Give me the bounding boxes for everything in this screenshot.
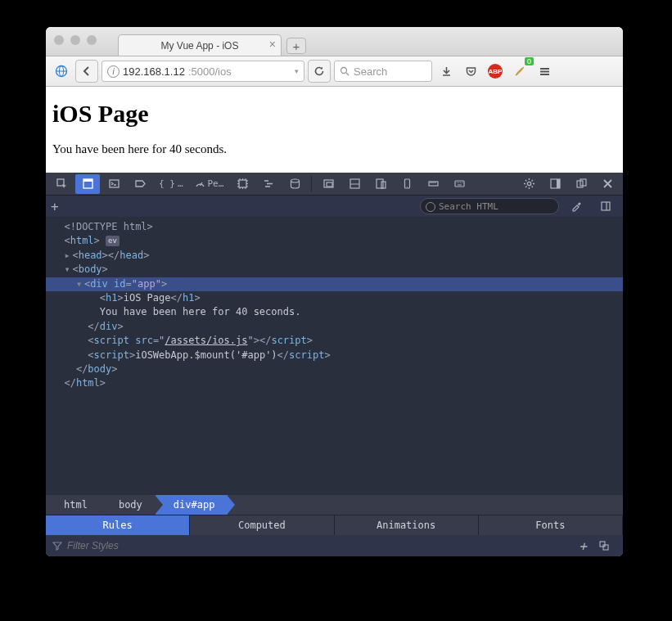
page-paragraph: You have been here for 40 seconds. (52, 142, 616, 156)
debugger-panel-icon[interactable] (128, 174, 152, 194)
browser-tab[interactable]: My Vue App - iOS × (118, 34, 282, 56)
iframe-picker-icon[interactable] (316, 174, 341, 194)
svg-rect-7 (83, 179, 92, 182)
search-html-input[interactable]: Search HTML (420, 198, 559, 214)
search-icon (340, 66, 350, 76)
pick-element-icon[interactable] (49, 174, 74, 194)
svg-line-4 (346, 73, 349, 75)
eyedropper-icon[interactable] (564, 196, 589, 216)
add-node-button[interactable]: + (51, 199, 59, 214)
svg-rect-16 (377, 179, 383, 188)
dom-script1[interactable]: <script src="/assets/ios.js"></script> (46, 334, 623, 348)
dom-div-close[interactable]: </div> (46, 320, 623, 334)
url-path: :5000/ios (188, 65, 232, 78)
reload-button[interactable] (308, 60, 331, 83)
traffic-lights (54, 35, 97, 45)
search-bar[interactable]: Search (334, 61, 432, 82)
svg-point-19 (407, 187, 408, 187)
inspector-panel-icon[interactable] (75, 174, 100, 194)
svg-rect-8 (110, 180, 119, 187)
abp-icon: ABP (488, 64, 503, 79)
adblock-button[interactable]: ABP (485, 61, 506, 82)
close-window-button[interactable] (54, 35, 64, 45)
split-console-icon[interactable] (342, 174, 367, 194)
svg-rect-21 (455, 181, 464, 187)
identity-globe-icon[interactable] (51, 61, 72, 82)
dom-tree[interactable]: <!DOCTYPE html> <html> ev ▸<head></head>… (46, 217, 623, 495)
ruler-icon[interactable] (421, 174, 445, 194)
dom-head[interactable]: ▸<head></head> (46, 249, 623, 263)
greasemonkey-button[interactable]: 0 (509, 61, 530, 82)
url-host: 192.168.1.12 (123, 65, 185, 78)
search-placeholder: Search (354, 65, 387, 78)
network-panel-icon[interactable] (256, 174, 281, 194)
performance-panel-icon[interactable]: Pe… (190, 174, 229, 194)
devtools-toolbar: { }… Pe… (46, 173, 623, 196)
svg-rect-13 (327, 182, 332, 187)
tab-animations[interactable]: Animations (335, 515, 479, 535)
back-button[interactable] (75, 60, 98, 83)
crumb-div-app[interactable]: div#app (156, 495, 228, 515)
hamburger-menu-button[interactable] (534, 61, 555, 82)
rules-tabs: Rules Computed Animations Fonts (46, 515, 623, 535)
tab-fonts[interactable]: Fonts (479, 515, 623, 535)
zoom-window-button[interactable] (87, 35, 97, 45)
breadcrumb: html body div#app (46, 495, 623, 515)
gm-badge: 0 (525, 57, 534, 65)
tab-computed[interactable]: Computed (190, 515, 334, 535)
filter-styles-bar: + (46, 535, 623, 556)
browser-window: My Vue App - iOS × + i 192.168.1.12:5000… (46, 27, 623, 556)
inspector-subtoolbar: + Search HTML (46, 196, 623, 217)
titlebar: My Vue App - iOS × + (46, 27, 623, 56)
site-info-icon[interactable]: i (107, 65, 120, 78)
dom-div-app[interactable]: ▾<div id="app"> (46, 277, 623, 291)
close-devtools-button[interactable] (595, 174, 620, 194)
crumb-html[interactable]: html (46, 495, 101, 515)
dom-script2[interactable]: <script>iOSWebApp.$mount('#app')</script… (46, 349, 623, 362)
dock-side-icon[interactable] (543, 174, 567, 194)
new-tab-button[interactable]: + (286, 38, 306, 54)
filter-icon (52, 541, 62, 551)
device-icon[interactable] (395, 174, 419, 194)
page-content: iOS Page You have been here for 40 secon… (46, 87, 623, 173)
toggle-pseudo-icon[interactable] (592, 536, 616, 556)
svg-point-11 (291, 179, 299, 182)
dom-body-close[interactable]: </body> (46, 362, 623, 376)
nav-toolbar: i 192.168.1.12:5000/ios ▾ Search ABP 0 (46, 56, 623, 87)
style-editor-panel-icon[interactable]: { }… (154, 174, 188, 194)
keyboard-icon[interactable] (447, 174, 471, 194)
devtools-settings-icon[interactable] (516, 174, 541, 194)
tab-strip: My Vue App - iOS × + (118, 27, 306, 56)
crumb-body[interactable]: body (101, 495, 156, 515)
tab-rules[interactable]: Rules (46, 515, 190, 535)
filter-styles-input[interactable] (67, 540, 574, 551)
dom-doctype[interactable]: <!DOCTYPE html> (46, 220, 623, 234)
dom-html-open[interactable]: <html> ev (46, 234, 623, 248)
dock-separate-icon[interactable] (569, 174, 593, 194)
url-dropdown-icon[interactable]: ▾ (295, 67, 299, 75)
dom-text-node[interactable]: You have been here for 40 seconds. (46, 305, 623, 319)
toggle-panes-icon[interactable] (593, 196, 618, 216)
console-panel-icon[interactable] (101, 174, 126, 194)
close-tab-button[interactable]: × (269, 38, 276, 50)
dom-h1[interactable]: <h1>iOS Page</h1> (46, 291, 623, 305)
dom-body-open[interactable]: ▾<body> (46, 263, 623, 277)
svg-rect-24 (557, 179, 560, 188)
svg-rect-30 (603, 545, 608, 550)
memory-panel-icon[interactable] (230, 174, 255, 194)
storage-panel-icon[interactable] (282, 174, 307, 194)
responsive-design-icon[interactable] (368, 174, 393, 194)
tab-title: My Vue App - iOS (161, 40, 239, 52)
svg-point-3 (341, 68, 347, 74)
url-bar[interactable]: i 192.168.1.12:5000/ios ▾ (101, 61, 304, 82)
minimize-window-button[interactable] (70, 35, 80, 45)
downloads-button[interactable] (435, 61, 457, 82)
add-rule-button[interactable]: + (579, 538, 587, 554)
svg-rect-29 (600, 542, 605, 547)
page-heading: iOS Page (52, 100, 616, 128)
separator (311, 176, 312, 192)
dom-html-close[interactable]: </html> (46, 376, 623, 390)
pocket-button[interactable] (460, 61, 481, 82)
svg-rect-10 (239, 180, 246, 187)
devtools: { }… Pe… + Search HTML (46, 173, 623, 556)
